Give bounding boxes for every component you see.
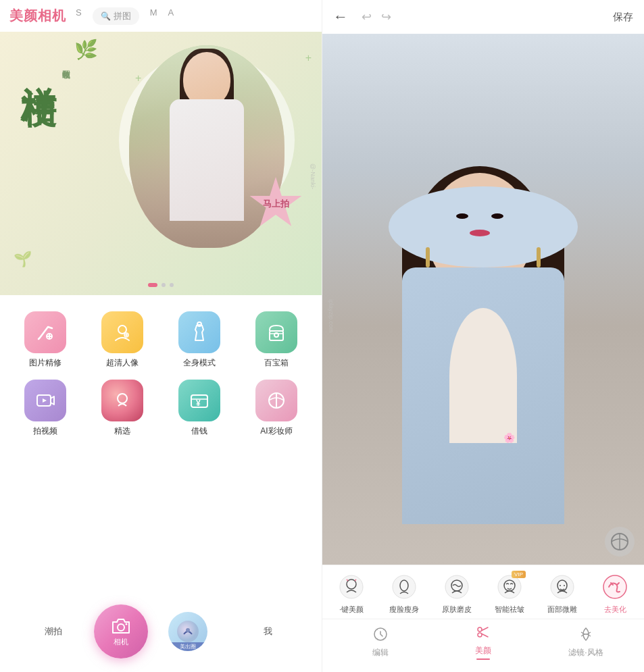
tool-icon-smart-wrinkle: VIP <box>495 572 524 602</box>
tool-label-slim-face: 瘦脸瘦身 <box>389 604 419 615</box>
photo-display: 🌸 iplayzip.com <box>322 34 644 565</box>
tool-label-remove-beauty: 去美化 <box>604 604 626 615</box>
tool-icon-one-key <box>337 572 366 602</box>
feature-label-featured: 精选 <box>114 425 130 437</box>
camera-button[interactable]: 相机 <box>94 604 148 658</box>
tool-icon-remove-beauty <box>600 572 630 602</box>
vip-badge: VIP <box>512 571 526 578</box>
woman-body <box>170 99 244 221</box>
feature-label-full-body: 全身模式 <box>183 357 216 369</box>
tab-beauty[interactable]: 美颜 <box>432 625 535 660</box>
tool-icon-face-sculpt <box>547 572 577 602</box>
nav-tab-m[interactable]: M <box>150 7 157 25</box>
feature-label-video: 拍视频 <box>33 425 57 437</box>
right-bottom-tabs: 编辑 美颜 滤镜·风格 <box>322 619 644 672</box>
nav-tab-a[interactable]: A <box>168 7 174 25</box>
remove-beauty-svg <box>602 574 628 600</box>
undo-button[interactable]: ↩ <box>362 9 372 24</box>
meitu-circle-btn[interactable]: 美出圈 <box>168 612 207 651</box>
tab-edit[interactable]: 编辑 <box>329 627 432 658</box>
tool-remove-beauty[interactable]: 去美化 <box>595 572 635 615</box>
tool-skin-smooth[interactable]: 原肤磨皮 <box>437 572 477 615</box>
feature-label-borrow-money: 借钱 <box>191 425 207 437</box>
p-eye-left <box>456 213 468 219</box>
flower-decoration-tl: 🌿 <box>74 38 101 66</box>
feature-icon-treasure-box <box>255 311 297 353</box>
dot-3[interactable] <box>170 283 174 287</box>
svg-marker-7 <box>43 398 47 403</box>
search-icon: 🔍 <box>101 11 111 21</box>
feature-treasure-box[interactable]: 百宝箱 <box>238 306 315 374</box>
overlay-icon <box>610 532 629 551</box>
retouch-icon <box>34 321 56 343</box>
save-button[interactable]: 保存 <box>613 11 633 24</box>
svg-point-29 <box>478 627 482 631</box>
sculpt-svg <box>549 574 575 600</box>
plus-deco-1: + <box>135 72 141 84</box>
tool-one-key-beauty[interactable]: ·键美颜 <box>331 572 372 615</box>
woman-silhouette <box>159 52 254 241</box>
tool-label-smart-wrinkle: 智能祛皱 <box>495 604 524 615</box>
dot-2[interactable] <box>162 283 166 287</box>
svg-point-23 <box>498 575 521 598</box>
meitu-label: 美出圈 <box>168 642 207 651</box>
svg-point-12 <box>118 624 124 631</box>
banner-area: 🌿 🌱 + + 洋桔梗 纯欲领圈妆 马上拍 @-Nanki- <box>0 32 322 295</box>
nav-wo[interactable]: 我 <box>228 625 308 638</box>
camera-icon <box>110 617 132 636</box>
meitu-circle-area[interactable]: 美出圈 <box>148 612 228 651</box>
feature-featured[interactable]: 精选 <box>84 374 161 442</box>
search-box[interactable]: 🔍 拼图 <box>93 7 139 25</box>
feature-video[interactable]: 拍视频 <box>7 374 84 442</box>
main-photo-area: 🌸 iplayzip.com <box>322 34 644 565</box>
svg-point-25 <box>551 575 574 598</box>
bottom-nav: 潮拍 相机 <box>0 604 322 672</box>
beauty-scissors-icon <box>476 625 491 640</box>
tab-filter-icon <box>578 627 593 645</box>
tool-icon-skin-smooth <box>442 572 472 602</box>
tool-slim-face[interactable]: 瘦脸瘦身 <box>384 572 424 615</box>
app-title: 美颜相机 <box>9 7 66 25</box>
feature-icon-hd-portrait <box>101 311 143 353</box>
feature-label-hd-portrait: 超清人像 <box>106 357 139 369</box>
nav-tab-s[interactable]: S <box>76 7 82 25</box>
cta-button[interactable]: 马上拍 <box>249 177 303 231</box>
aimakeup-icon <box>266 390 287 411</box>
tab-edit-icon <box>373 627 388 645</box>
smooth-svg <box>444 574 470 600</box>
dot-1[interactable] <box>148 283 157 287</box>
tool-icon-slim-face <box>389 572 419 602</box>
feature-photo-retouch[interactable]: 图片精修 <box>7 306 84 374</box>
banner-title: 洋桔梗 <box>19 59 57 67</box>
feature-label-treasure-box: 百宝箱 <box>264 357 289 369</box>
right-topbar: ← ↩ ↪ 保存 <box>322 0 644 34</box>
feature-full-body[interactable]: 全身模式 <box>161 306 238 374</box>
circle-overlay-button[interactable] <box>605 527 635 557</box>
photo-watermark: iplayzip.com <box>328 299 335 333</box>
svg-point-1 <box>118 326 126 334</box>
tool-smart-wrinkle[interactable]: VIP 智能祛皱 <box>489 572 530 615</box>
nav-tabs: S 🔍 拼图 M A <box>76 7 174 25</box>
meitu-icon <box>176 619 200 644</box>
back-button[interactable]: ← <box>333 8 348 26</box>
nav-wo-label: 我 <box>264 625 272 638</box>
nav-chaopai[interactable]: 潮拍 <box>14 625 94 638</box>
tool-face-sculpt[interactable]: 面部微雕 <box>542 572 583 615</box>
right-panel: ← ↩ ↪ 保存 <box>322 0 644 672</box>
edit-icon <box>373 627 388 642</box>
p-lips <box>470 230 490 236</box>
tab-beauty-label: 美颜 <box>475 645 491 656</box>
camera-label: 相机 <box>114 637 128 647</box>
feature-label-ai-makeup: AI彩妆师 <box>260 425 292 437</box>
search-placeholder: 拼图 <box>114 10 131 22</box>
feature-hd-portrait[interactable]: 超清人像 <box>84 306 161 374</box>
flower-deco-body: 🌸 <box>503 432 515 443</box>
redo-button[interactable]: ↪ <box>381 9 391 24</box>
tab-filter[interactable]: 滤镜·风格 <box>535 627 637 658</box>
feature-ai-makeup[interactable]: AI彩妆师 <box>238 374 315 442</box>
left-panel: 美颜相机 S 🔍 拼图 M A 🌿 🌱 + + 洋桔梗 纯欲领圈妆 <box>0 0 322 672</box>
plus-deco-2: + <box>305 52 312 64</box>
video-icon <box>34 390 56 411</box>
feature-borrow-money[interactable]: ¥ 借钱 <box>161 374 238 442</box>
feature-grid: 图片精修 超清人像 全身模式 <box>0 295 322 448</box>
